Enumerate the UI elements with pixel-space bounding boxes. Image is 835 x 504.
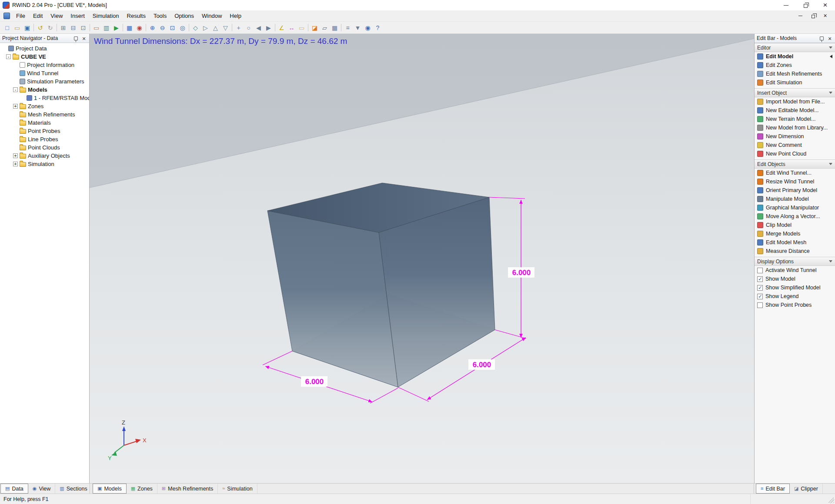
- table-view-icon[interactable]: ⊞: [58, 23, 68, 33]
- tree-item[interactable]: Simulation: [0, 160, 89, 168]
- close-button[interactable]: [815, 0, 835, 10]
- editbar-row[interactable]: Import Model from File...: [755, 97, 835, 106]
- show-results-icon[interactable]: ▦: [124, 23, 134, 33]
- grid-snap-icon[interactable]: ⊡: [78, 23, 88, 33]
- editbar-row[interactable]: Measure Distance: [755, 247, 835, 255]
- isometric-view-icon[interactable]: ◇: [190, 23, 200, 33]
- start-simulation-icon[interactable]: ▶: [111, 23, 121, 33]
- menu-item[interactable]: Window: [198, 10, 226, 21]
- simulation-parameters-icon[interactable]: ▥: [101, 23, 111, 33]
- editbar-row[interactable]: Merge Models: [755, 229, 835, 238]
- mdi-restore-button[interactable]: [807, 12, 819, 20]
- tree-expander-icon[interactable]: [13, 104, 18, 109]
- measure-angle-icon[interactable]: ∠: [277, 23, 287, 33]
- visibility-icon[interactable]: ◉: [363, 23, 373, 33]
- editbar-row[interactable]: Clip Model: [755, 221, 835, 229]
- editbar-row[interactable]: New Model from Library...: [755, 123, 835, 132]
- zoom-in-icon[interactable]: ⊕: [147, 23, 157, 33]
- tree-item[interactable]: Auxiliary Objects: [0, 152, 89, 160]
- viewport-3d[interactable]: Wind Tunnel Dimensions: Dx = 227.37 m, D…: [90, 34, 754, 483]
- tree-item[interactable]: Models: [0, 86, 89, 94]
- tab-models[interactable]: ▣ Models: [93, 484, 127, 494]
- tab-data[interactable]: ▤ Data: [0, 484, 28, 494]
- tab-simulation[interactable]: ≈ Simulation: [218, 484, 257, 494]
- tab-view[interactable]: ◉ View: [28, 484, 55, 494]
- tree-expander-icon[interactable]: [13, 153, 18, 158]
- checkbox[interactable]: [757, 268, 763, 273]
- clip-model-icon[interactable]: ◪: [310, 23, 320, 33]
- editbar-row[interactable]: Editor: [755, 43, 835, 52]
- editbar-row[interactable]: Display Options: [755, 257, 835, 266]
- tree-item[interactable]: CUBE VE: [0, 53, 89, 61]
- new-dimension-icon[interactable]: ↔: [287, 23, 297, 33]
- menu-item[interactable]: File: [12, 10, 29, 21]
- spreadsheet-icon[interactable]: ⊟: [68, 23, 78, 33]
- editbar-row[interactable]: Manipulate Model: [755, 195, 835, 203]
- undo-icon[interactable]: ↺: [35, 23, 45, 33]
- checkbox[interactable]: [757, 294, 763, 299]
- checkbox[interactable]: [757, 285, 763, 291]
- menu-item[interactable]: Tools: [150, 10, 170, 21]
- save-icon[interactable]: ▣: [22, 23, 32, 33]
- tree-item[interactable]: Wind Tunnel: [0, 69, 89, 77]
- model-mesh-icon[interactable]: ▦: [330, 23, 340, 33]
- minimize-button[interactable]: [776, 0, 796, 10]
- editbar-row[interactable]: Orient Primary Model: [755, 186, 835, 195]
- editbar-row[interactable]: Show Point Probes: [755, 301, 835, 309]
- pin-icon[interactable]: [74, 36, 78, 40]
- menu-item[interactable]: Simulation: [89, 10, 123, 21]
- editbar-row[interactable]: Edit Zones: [755, 61, 835, 70]
- editbar-row[interactable]: New Dimension: [755, 132, 835, 141]
- editbar-row[interactable]: Show Legend: [755, 292, 835, 301]
- display-properties-icon[interactable]: ≡: [343, 23, 353, 33]
- close-icon[interactable]: [828, 36, 833, 41]
- merge-models-icon[interactable]: ▱: [320, 23, 330, 33]
- tree-expander-icon[interactable]: [6, 54, 11, 59]
- zoom-window-icon[interactable]: ⊡: [167, 23, 177, 33]
- menu-item[interactable]: Insert: [67, 10, 89, 21]
- editbar-row[interactable]: Edit Objects: [755, 159, 835, 169]
- checkbox[interactable]: [757, 276, 763, 282]
- document-icon[interactable]: [3, 13, 10, 19]
- pan-view-icon[interactable]: +: [234, 23, 244, 33]
- tree-item[interactable]: Materials: [0, 119, 89, 127]
- tab-zones[interactable]: ▦ Zones: [127, 484, 157, 494]
- tree-item[interactable]: Point Probes: [0, 127, 89, 135]
- mdi-close-button[interactable]: [820, 12, 832, 20]
- editbar-row[interactable]: New Comment: [755, 141, 835, 149]
- resize-grip[interactable]: [828, 497, 834, 503]
- close-icon[interactable]: [82, 36, 87, 41]
- menu-item[interactable]: Results: [123, 10, 150, 21]
- editbar-row[interactable]: Activate Wind Tunnel: [755, 266, 835, 275]
- menu-item[interactable]: Help: [226, 10, 245, 21]
- tree-expander-icon[interactable]: [13, 87, 18, 92]
- pin-icon[interactable]: [820, 36, 824, 40]
- tree-expander-icon[interactable]: [13, 162, 18, 166]
- editbar-row[interactable]: New Point Cloud: [755, 149, 835, 158]
- zoom-extents-icon[interactable]: ◎: [177, 23, 187, 33]
- checkbox[interactable]: [757, 302, 763, 308]
- tab-mesh-refinements[interactable]: ⊞ Mesh Refinements: [157, 484, 218, 494]
- help-icon[interactable]: ?: [373, 23, 383, 33]
- editbar-row[interactable]: New Editable Model...: [755, 106, 835, 115]
- editbar-row[interactable]: Edit Model: [755, 52, 835, 61]
- tree-item[interactable]: Simulation Parameters: [0, 77, 89, 86]
- tree-item[interactable]: Line Probes: [0, 135, 89, 143]
- view-x-icon[interactable]: ▷: [200, 23, 210, 33]
- previous-view-icon[interactable]: ◀: [254, 23, 264, 33]
- wind-tunnel-icon[interactable]: ▭: [91, 23, 101, 33]
- tree-item[interactable]: Zones: [0, 102, 89, 110]
- next-view-icon[interactable]: ▶: [264, 23, 274, 33]
- tree-item[interactable]: Mesh Refinements: [0, 110, 89, 119]
- tree-item[interactable]: Project Information: [0, 61, 89, 69]
- open-project-icon[interactable]: ▭: [12, 23, 22, 33]
- tree-item[interactable]: Project Data: [0, 44, 89, 53]
- editbar-row[interactable]: Resize Wind Tunnel: [755, 177, 835, 186]
- new-project-icon[interactable]: □: [2, 23, 12, 33]
- editbar-row[interactable]: Edit Model Mesh: [755, 238, 835, 247]
- editbar-row[interactable]: New Terrain Model...: [755, 115, 835, 123]
- scene-3d[interactable]: 6.000 6.000 6.000 Z X Y: [90, 34, 754, 483]
- editbar-row[interactable]: Show Model: [755, 275, 835, 283]
- restore-button[interactable]: [796, 0, 815, 10]
- editbar-row[interactable]: Edit Simulation: [755, 78, 835, 87]
